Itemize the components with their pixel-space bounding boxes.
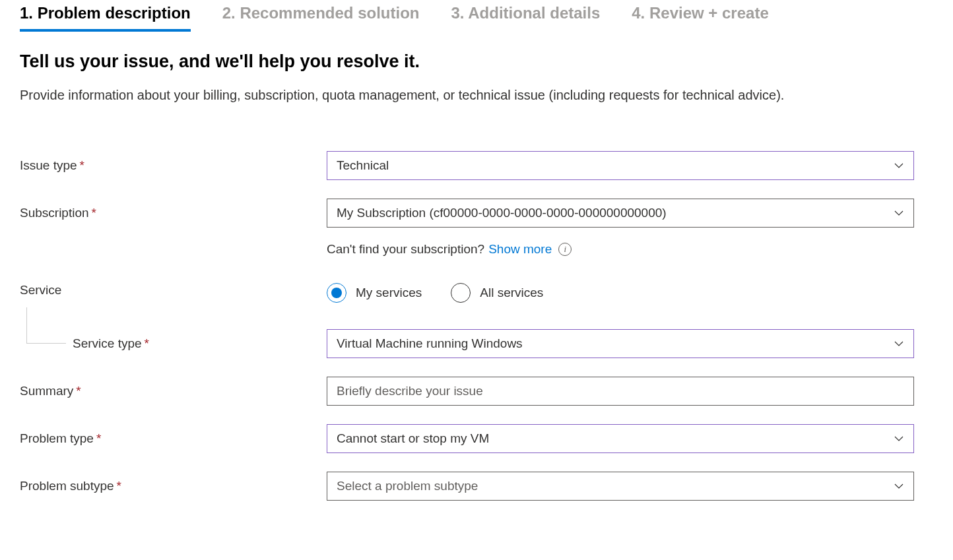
select-subscription-value: My Subscription (cf00000-0000-0000-0000-… [337,206,667,220]
subscription-helper-text: Can't find your subscription? Show more … [327,242,914,257]
select-service-type[interactable]: Virtual Machine running Windows [327,329,914,358]
label-service: Service [20,283,327,297]
radio-my-services[interactable]: My services [327,283,422,303]
required-indicator: * [117,479,121,493]
radio-circle-unselected [451,283,471,303]
select-issue-type-value: Technical [337,158,389,173]
label-problem-type: Problem type* [20,431,327,446]
select-subscription[interactable]: My Subscription (cf00000-0000-0000-0000-… [327,199,914,228]
row-subscription-helper: Can't find your subscription? Show more … [20,242,933,257]
tree-connector [26,307,66,344]
label-issue-type: Issue type* [20,158,327,173]
radio-all-services-label: All services [480,286,543,300]
row-subscription: Subscription* My Subscription (cf00000-0… [20,199,933,228]
show-more-link[interactable]: Show more [488,242,552,257]
required-indicator: * [76,384,81,398]
label-subscription: Subscription* [20,206,327,220]
radio-all-services[interactable]: All services [451,283,543,303]
tab-problem-description[interactable]: 1. Problem description [20,4,191,32]
input-summary[interactable] [327,377,914,406]
chevron-down-icon [894,208,904,218]
chevron-down-icon [894,481,904,491]
required-indicator: * [80,158,84,172]
row-problem-type: Problem type* Cannot start or stop my VM [20,424,933,453]
radio-my-services-label: My services [356,286,422,300]
select-problem-subtype-placeholder: Select a problem subtype [337,479,478,493]
row-service-type: Service type* Virtual Machine running Wi… [20,329,933,358]
label-summary: Summary* [20,384,327,398]
select-problem-subtype[interactable]: Select a problem subtype [327,472,914,501]
page-description: Provide information about your billing, … [20,85,898,105]
required-indicator: * [145,336,149,350]
wizard-tabs: 1. Problem description 2. Recommended so… [20,4,933,32]
chevron-down-icon [894,338,904,349]
tab-additional-details[interactable]: 3. Additional details [451,4,600,32]
tab-recommended-solution[interactable]: 2. Recommended solution [222,4,420,32]
chevron-down-icon [894,433,904,444]
select-problem-type-value: Cannot start or stop my VM [337,431,489,446]
info-icon[interactable]: i [558,243,572,256]
service-radio-group: My services All services [327,283,914,303]
label-service-type: Service type* [20,336,327,351]
chevron-down-icon [894,160,904,171]
select-problem-type[interactable]: Cannot start or stop my VM [327,424,914,453]
required-indicator: * [96,431,101,445]
tab-review-create[interactable]: 4. Review + create [632,4,768,32]
page-title: Tell us your issue, and we'll help you r… [20,51,933,72]
row-service: Service My services All services [20,283,933,303]
required-indicator: * [92,206,96,220]
row-issue-type: Issue type* Technical [20,151,933,180]
radio-circle-selected [327,283,346,303]
row-problem-subtype: Problem subtype* Select a problem subtyp… [20,472,933,501]
row-summary: Summary* [20,377,933,406]
select-service-type-value: Virtual Machine running Windows [337,336,523,351]
label-problem-subtype: Problem subtype* [20,479,327,493]
select-issue-type[interactable]: Technical [327,151,914,180]
